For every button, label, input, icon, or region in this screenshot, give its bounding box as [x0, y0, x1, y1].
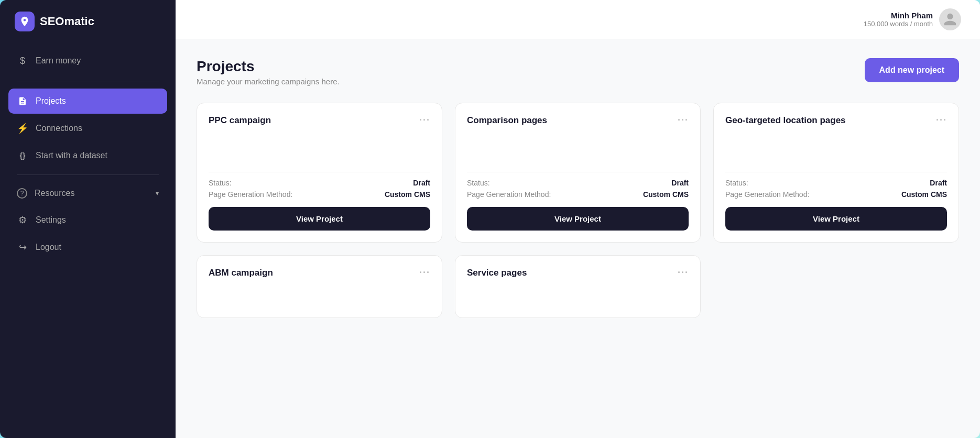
- sidebar-logo: SEOmatic: [0, 0, 176, 43]
- pgm-label: Page Generation Method:: [725, 190, 809, 199]
- project-card-title: Geo-targeted location pages: [725, 115, 846, 126]
- nav-divider-1: [17, 82, 159, 82]
- project-card-header: Comparison pages ···: [467, 115, 689, 126]
- project-card-ppc-campaign: PPC campaign ··· Status: Draft Page Gene…: [197, 103, 442, 243]
- projects-icon: [17, 95, 28, 107]
- sidebar-item-earn-money-label: Earn money: [36, 56, 81, 65]
- status-value: Draft: [413, 179, 430, 187]
- project-card-geo-targeted: Geo-targeted location pages ··· Status: …: [713, 103, 959, 243]
- view-project-button-comparison[interactable]: View Project: [467, 207, 689, 231]
- project-card-body: [467, 134, 689, 166]
- status-row: Status: Draft: [209, 179, 430, 187]
- project-card-header: PPC campaign ···: [209, 115, 430, 126]
- user-name: Minh Pham: [864, 11, 933, 20]
- project-card-body: [209, 134, 430, 166]
- pgm-row: Page Generation Method: Custom CMS: [209, 190, 430, 199]
- status-value: Draft: [930, 179, 947, 187]
- sidebar-item-settings-label: Settings: [36, 215, 66, 225]
- add-new-project-button[interactable]: Add new project: [865, 58, 959, 82]
- pgm-row: Page Generation Method: Custom CMS: [725, 190, 947, 199]
- sidebar-item-dataset[interactable]: {} Start with a dataset: [8, 143, 167, 168]
- pgm-value: Custom CMS: [643, 190, 689, 199]
- resources-icon: ?: [17, 188, 27, 199]
- project-meta: Status: Draft Page Generation Method: Cu…: [725, 172, 947, 199]
- sidebar-item-connections[interactable]: ⚡ Connections: [8, 116, 167, 141]
- header: Minh Pham 150,000 words / month: [176, 0, 980, 39]
- sidebar-item-projects[interactable]: Projects: [8, 89, 167, 114]
- sidebar-item-resources-label: Resources: [35, 189, 74, 198]
- page-header-text: Projects Manage your marketing campaigns…: [197, 58, 340, 86]
- pgm-value: Custom CMS: [385, 190, 430, 199]
- project-card-comparison-pages: Comparison pages ··· Status: Draft Page …: [455, 103, 701, 243]
- project-meta: Status: Draft Page Generation Method: Cu…: [467, 172, 689, 199]
- user-info: Minh Pham 150,000 words / month: [864, 8, 961, 30]
- status-row: Status: Draft: [467, 179, 689, 187]
- sidebar-item-dataset-label: Start with a dataset: [36, 151, 107, 160]
- sidebar-item-logout[interactable]: ↪ Logout: [8, 235, 167, 260]
- pgm-label: Page Generation Method:: [467, 190, 551, 199]
- chevron-down-icon: ▾: [156, 190, 159, 197]
- status-label: Status:: [725, 179, 748, 187]
- view-project-button-ppc[interactable]: View Project: [209, 207, 430, 231]
- logo-icon: [15, 12, 35, 31]
- sidebar-item-resources[interactable]: ? Resources ▾: [8, 181, 167, 205]
- project-card-menu-button[interactable]: ···: [936, 115, 947, 126]
- sidebar: SEOmatic $ Earn money Projects ⚡ Connect…: [0, 0, 176, 438]
- project-card-title: ABM campaign: [209, 268, 273, 278]
- project-card-header: Geo-targeted location pages ···: [725, 115, 947, 126]
- settings-icon: ⚙: [17, 214, 28, 226]
- user-plan: 150,000 words / month: [864, 20, 933, 28]
- status-label: Status:: [209, 179, 232, 187]
- project-card-service-pages: Service pages ···: [455, 255, 701, 318]
- pgm-value: Custom CMS: [901, 190, 947, 199]
- main-content: Minh Pham 150,000 words / month Projects…: [176, 0, 980, 438]
- status-value: Draft: [671, 179, 689, 187]
- logout-icon: ↪: [17, 242, 28, 253]
- page-title: Projects: [197, 58, 340, 75]
- project-card-menu-button[interactable]: ···: [678, 115, 689, 126]
- status-row: Status: Draft: [725, 179, 947, 187]
- project-card-body: [725, 134, 947, 166]
- project-card-title: PPC campaign: [209, 115, 271, 126]
- pgm-label: Page Generation Method:: [209, 190, 292, 199]
- page-subtitle: Manage your marketing campaigns here.: [197, 77, 340, 86]
- pgm-row: Page Generation Method: Custom CMS: [467, 190, 689, 199]
- project-card-abm: ABM campaign ···: [197, 255, 442, 318]
- projects-grid-top: PPC campaign ··· Status: Draft Page Gene…: [197, 103, 959, 243]
- sidebar-item-projects-label: Projects: [36, 96, 66, 106]
- nav-divider-2: [17, 174, 159, 175]
- dataset-icon: {}: [17, 150, 28, 161]
- user-text: Minh Pham 150,000 words / month: [864, 11, 933, 28]
- project-card-menu-button[interactable]: ···: [419, 115, 430, 126]
- sidebar-item-connections-label: Connections: [36, 124, 82, 133]
- project-card-menu-button[interactable]: ···: [678, 267, 689, 278]
- content-area: Projects Manage your marketing campaigns…: [176, 39, 980, 438]
- project-card-title: Service pages: [467, 268, 527, 278]
- sidebar-nav: $ Earn money Projects ⚡ Connections {} S…: [0, 43, 176, 438]
- view-project-button-geo[interactable]: View Project: [725, 207, 947, 231]
- avatar: [939, 8, 961, 30]
- sidebar-item-logout-label: Logout: [36, 243, 61, 252]
- sidebar-item-settings[interactable]: ⚙ Settings: [8, 207, 167, 233]
- projects-grid-bottom: ABM campaign ··· Service pages ···: [197, 255, 959, 318]
- dollar-icon: $: [17, 55, 28, 67]
- project-meta: Status: Draft Page Generation Method: Cu…: [209, 172, 430, 199]
- project-card-header: Service pages ···: [467, 267, 689, 278]
- page-header: Projects Manage your marketing campaigns…: [197, 58, 959, 86]
- connections-icon: ⚡: [17, 123, 28, 134]
- project-card-menu-button[interactable]: ···: [419, 267, 430, 278]
- status-label: Status:: [467, 179, 490, 187]
- project-card-title: Comparison pages: [467, 115, 547, 126]
- logo-text: SEOmatic: [40, 15, 94, 28]
- sidebar-item-earn-money[interactable]: $ Earn money: [8, 48, 167, 73]
- project-card-header: ABM campaign ···: [209, 267, 430, 278]
